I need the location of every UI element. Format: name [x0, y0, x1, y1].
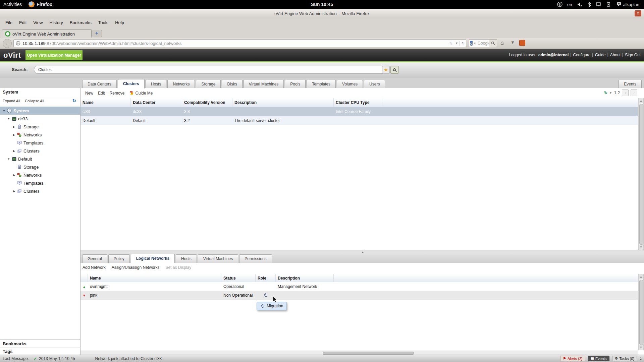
- detail-tab-hosts[interactable]: Hosts: [176, 254, 197, 263]
- tab-disks[interactable]: Disks: [222, 80, 242, 88]
- menu-file[interactable]: File: [2, 19, 16, 26]
- accessibility-icon[interactable]: [557, 2, 562, 7]
- tab-volumes[interactable]: Volumes: [337, 80, 363, 88]
- guide-me-button[interactable]: Guide Me: [135, 91, 153, 96]
- refresh-dropdown-icon[interactable]: ▼: [609, 92, 612, 95]
- edit-button[interactable]: Edit: [98, 91, 105, 96]
- detail-tab-logical-networks[interactable]: Logical Networks: [131, 254, 175, 263]
- tab-pools[interactable]: Pools: [285, 80, 306, 88]
- window-titlebar[interactable]: oVirt Engine Web Administration – Mozill…: [0, 9, 644, 19]
- menu-view[interactable]: View: [30, 19, 46, 26]
- clock[interactable]: Sun 10:45: [311, 2, 333, 7]
- tasks-button[interactable]: ⚙Tasks (0): [612, 356, 637, 361]
- tab-templates[interactable]: Templates: [307, 80, 336, 88]
- tab-events[interactable]: Events: [619, 80, 642, 88]
- display-icon[interactable]: [596, 2, 601, 7]
- column-header-status[interactable]: Status: [221, 274, 256, 282]
- menu-edit[interactable]: Edit: [16, 19, 30, 26]
- expander-icon[interactable]: ▼: [2, 109, 6, 112]
- tree-item-default-networks[interactable]: ▶ Networks: [0, 171, 80, 179]
- volume-muted-icon[interactable]: [577, 2, 583, 7]
- site-identity-icon[interactable]: [16, 41, 20, 46]
- detail-grid-hscrollbar[interactable]: [80, 351, 638, 355]
- tab-users[interactable]: Users: [364, 80, 385, 88]
- tab-storage[interactable]: Storage: [196, 80, 221, 88]
- tab-clusters[interactable]: Clusters: [118, 79, 145, 88]
- detail-grid-vscrollbar[interactable]: ▲ ▼: [638, 274, 644, 350]
- expander-icon[interactable]: ▶: [12, 125, 16, 128]
- tree-item-default-templates[interactable]: Templates: [0, 179, 80, 187]
- expander-icon[interactable]: ▶: [12, 133, 16, 136]
- search-input[interactable]: Cluster: x: [34, 66, 388, 74]
- splitter-grip-icon[interactable]: ▲: [362, 251, 364, 253]
- bookmark-search-button[interactable]: ★: [382, 66, 390, 74]
- network-row-ovirtmgmt[interactable]: ▲ ovirtmgmt Operational Management Netwo…: [80, 282, 638, 291]
- scroll-up-icon[interactable]: ▲: [639, 274, 643, 279]
- grid-refresh-icon[interactable]: ↻: [604, 90, 607, 95]
- scroll-thumb[interactable]: [639, 280, 643, 345]
- sign-out-link[interactable]: Sign Out: [625, 53, 641, 57]
- url-bar[interactable]: 10.35.1.189:8700/webadmin/webadmin/WebAd…: [13, 39, 466, 47]
- bluetooth-icon[interactable]: [588, 2, 591, 7]
- last-message-text[interactable]: Network pink attached to Cluster cl33: [95, 356, 162, 361]
- tree-item-dc33-templates[interactable]: Templates: [0, 139, 80, 147]
- next-page-button[interactable]: ›: [631, 89, 637, 96]
- new-button[interactable]: New: [85, 91, 93, 96]
- downloads-icon[interactable]: ▼: [511, 40, 515, 45]
- events-button[interactable]: ▦Events: [588, 356, 609, 361]
- guide-link[interactable]: Guide: [595, 53, 606, 57]
- column-header-role[interactable]: Role: [256, 274, 276, 282]
- user-menu[interactable]: alkaplan: [616, 2, 639, 7]
- expander-icon[interactable]: ▶: [12, 190, 16, 193]
- search-engine-dropdown-icon[interactable]: ▼: [474, 42, 476, 45]
- tree-item-dc33[interactable]: ▼ dc33: [0, 115, 80, 123]
- column-header-name[interactable]: Name: [80, 98, 131, 107]
- scroll-thumb[interactable]: [639, 104, 643, 245]
- detail-tab-general[interactable]: General: [82, 254, 107, 263]
- bookmarks-section-header[interactable]: Bookmarks: [0, 339, 80, 348]
- detail-tab-policy[interactable]: Policy: [108, 254, 130, 263]
- home-icon[interactable]: ⌂: [500, 40, 504, 46]
- tree-item-dc33-storage[interactable]: ▶ Storage: [0, 123, 80, 131]
- detail-tab-virtual-machines[interactable]: Virtual Machines: [198, 254, 238, 263]
- reload-icon[interactable]: ↻: [460, 41, 466, 46]
- column-header-compatibility-version[interactable]: Compatibility Version: [182, 98, 232, 107]
- expand-all-link[interactable]: Expand All: [3, 99, 20, 103]
- tree-item-system[interactable]: ▼ System: [0, 107, 80, 115]
- alerts-button[interactable]: ⚑Alerts (2): [560, 356, 585, 361]
- url-dropdown-icon[interactable]: ▼: [454, 42, 460, 45]
- tree-item-dc33-clusters[interactable]: ▶ Clusters: [0, 147, 80, 155]
- configure-link[interactable]: Configure: [573, 53, 591, 57]
- column-header-cluster-cpu-type[interactable]: Cluster CPU Type: [334, 98, 382, 107]
- column-header-name[interactable]: Name: [88, 274, 221, 282]
- keyboard-layout[interactable]: en: [567, 2, 572, 7]
- activities-button[interactable]: Activities: [0, 0, 25, 9]
- run-search-button[interactable]: [390, 66, 399, 74]
- statusbar-scroll-arrows[interactable]: ▲▼: [640, 356, 642, 361]
- browser-tab[interactable]: oVirt Engine Web Administration: [2, 29, 92, 38]
- scroll-up-icon[interactable]: ▲: [639, 98, 643, 103]
- tab-data-centers[interactable]: Data Centers: [82, 80, 117, 88]
- tree-item-default-clusters[interactable]: ▶ Clusters: [0, 187, 80, 195]
- app-menu[interactable]: Firefox: [25, 0, 56, 9]
- scroll-down-icon[interactable]: ▼: [639, 245, 643, 250]
- tree-item-dc33-networks[interactable]: ▶ Networks: [0, 131, 80, 139]
- expander-icon[interactable]: ▼: [7, 117, 11, 120]
- menu-tools[interactable]: Tools: [95, 19, 112, 26]
- expander-icon[interactable]: ▼: [7, 158, 11, 161]
- scroll-up-icon[interactable]: ▲: [640, 356, 642, 359]
- column-header-description[interactable]: Description: [276, 274, 334, 282]
- expander-icon[interactable]: ▶: [12, 174, 16, 177]
- tree-refresh-icon[interactable]: ↻: [72, 98, 76, 103]
- tab-virtual-machines[interactable]: Virtual Machines: [244, 80, 284, 88]
- battery-icon[interactable]: [606, 2, 612, 7]
- network-row-pink[interactable]: ▼ pink Non Operational: [80, 291, 638, 300]
- tree-item-default-storage[interactable]: Storage: [0, 163, 80, 171]
- pane-splitter[interactable]: ▲: [80, 250, 644, 253]
- detail-tab-permissions[interactable]: Permissions: [239, 254, 272, 263]
- cluster-row-default[interactable]: Default Default 3.2 The default server c…: [80, 116, 638, 125]
- bookmark-star-icon[interactable]: ☆: [447, 41, 454, 46]
- web-search-field[interactable]: g ▼ Google: [469, 39, 490, 47]
- add-network-button[interactable]: Add Network: [83, 265, 106, 270]
- tags-section-header[interactable]: Tags: [0, 348, 80, 355]
